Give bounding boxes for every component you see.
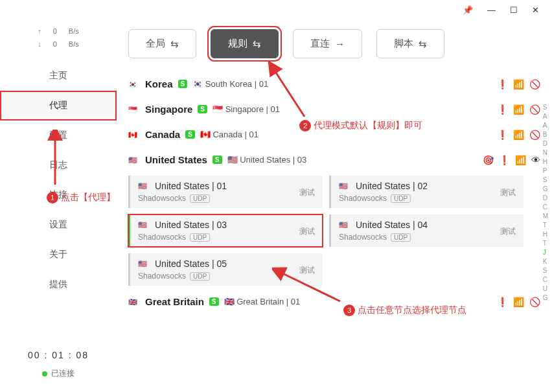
group-canada[interactable]: 🇨🇦CanadaS 🇨🇦 Canada | 01 ❗📶🚫 (128, 125, 540, 144)
nav-proxy[interactable]: 代理 (0, 91, 117, 121)
eye-icon[interactable]: 🚫 (529, 130, 540, 140)
group-korea[interactable]: 🇰🇷KoreaS 🇰🇷 South Korea | 01 ❗📶🚫 (128, 75, 540, 93)
node-card[interactable]: 🇺🇸United States | 04 ShadowsocksUDP 测试 (329, 214, 523, 247)
wifi-icon[interactable]: 📶 (513, 130, 524, 140)
speed-indicator: ↑0B/s ↓0B/s (0, 19, 117, 56)
connection-status: 已连接 (0, 368, 117, 379)
wifi-icon[interactable]: 📶 (513, 79, 524, 89)
node-card[interactable]: 🇺🇸United States | 01 ShadowsocksUDP 测试 (128, 176, 323, 208)
info-icon[interactable]: ❗ (497, 104, 508, 115)
node-card[interactable]: 🇺🇸United States | 03 ShadowsocksUDP 测试 (128, 214, 323, 247)
tab-direct[interactable]: 直连→ (293, 29, 362, 58)
test-button[interactable]: 测试 (500, 226, 516, 237)
minimize-button[interactable]: — (487, 5, 496, 15)
tab-global[interactable]: 全局⇆ (128, 29, 196, 58)
tab-script[interactable]: 脚本⇆ (376, 29, 444, 58)
node-card[interactable]: 🇺🇸United States | 02 ShadowsocksUDP 测试 (329, 176, 523, 208)
test-button[interactable]: 测试 (299, 187, 315, 198)
test-button[interactable]: 测试 (500, 187, 516, 198)
info-icon[interactable]: ❗ (499, 155, 510, 165)
info-icon[interactable]: ❗ (497, 297, 508, 307)
tab-rule[interactable]: 规则⇆ (211, 29, 279, 58)
wifi-icon[interactable]: 📶 (515, 155, 526, 165)
connection-timer: 00 : 01 : 08 (0, 350, 117, 360)
eye-icon[interactable]: 👁 (531, 155, 540, 165)
alpha-index[interactable]: SAABDNHPSGDCMTHTJKSCUG (543, 104, 548, 301)
eye-icon[interactable]: 🚫 (529, 104, 540, 115)
test-button[interactable]: 测试 (299, 265, 315, 276)
sidebar: ↑0B/s ↓0B/s 主页 代理 配置 日志 连接 设置 关于 提供 00 :… (0, 19, 117, 392)
nav-provide[interactable]: 提供 (0, 270, 117, 299)
info-icon[interactable]: ❗ (497, 130, 508, 140)
info-icon[interactable]: ❗ (497, 79, 508, 89)
hide-icon[interactable]: 🚫 (529, 297, 540, 307)
nav-settings[interactable]: 设置 (0, 210, 117, 240)
pin-icon[interactable]: 📌 (463, 5, 473, 15)
group-great-britain[interactable]: 🇬🇧 Great Britain S 🇬🇧 Great Britain | 01… (128, 292, 540, 311)
wifi-icon[interactable]: 📶 (513, 104, 524, 115)
nav-config[interactable]: 配置 (0, 121, 117, 150)
test-button[interactable]: 测试 (299, 226, 315, 237)
node-card[interactable]: 🇺🇸United States | 05 ShadowsocksUDP 测试 (128, 253, 323, 286)
nav-conn[interactable]: 连接 (0, 180, 117, 210)
main-panel: 全局⇆ 规则⇆ 直连→ 脚本⇆ 🇰🇷KoreaS 🇰🇷 South Korea … (117, 19, 552, 392)
wifi-icon[interactable]: 📶 (513, 297, 524, 307)
group-united-states[interactable]: 🇺🇸United StatesS 🇺🇸 United States | 03 🎯… (128, 150, 540, 169)
maximize-button[interactable]: ☐ (510, 5, 518, 15)
nav-about[interactable]: 关于 (0, 240, 117, 270)
target-icon[interactable]: 🎯 (483, 155, 494, 165)
nav-home[interactable]: 主页 (0, 61, 117, 91)
eye-icon[interactable]: 🚫 (529, 79, 540, 89)
nav-log[interactable]: 日志 (0, 150, 117, 180)
group-singapore[interactable]: 🇸🇬SingaporeS 🇸🇬 Singapore | 01 ❗📶🚫 (128, 100, 540, 119)
close-button[interactable]: ✕ (532, 5, 539, 15)
